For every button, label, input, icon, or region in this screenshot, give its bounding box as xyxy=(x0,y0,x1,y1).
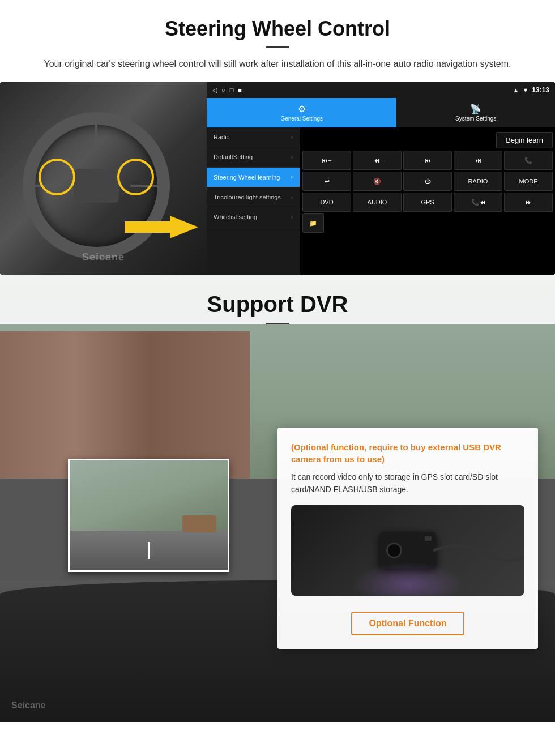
btn-vol-plus[interactable]: ⏮+ xyxy=(302,151,351,170)
camera-glow xyxy=(351,562,464,596)
steering-demo-area: Seicane ◁ ○ □ ■ ▲ ▼ 13:13 ⚙ General Sett… xyxy=(0,82,555,275)
btn-vol-minus[interactable]: ⏮- xyxy=(353,151,402,170)
btn-prev[interactable]: ⏮ xyxy=(403,151,452,170)
menu-arrow-radio: › xyxy=(291,134,293,140)
btn-dvd[interactable]: DVD xyxy=(302,193,351,212)
btn-phone[interactable]: 📞 xyxy=(504,151,553,170)
wheel-spoke-top xyxy=(95,118,97,152)
dvr-title-divider xyxy=(266,323,289,324)
highlight-circle-left xyxy=(39,159,75,195)
home-icon: ○ xyxy=(221,87,225,93)
menu-arrow-whitelist: › xyxy=(291,214,293,220)
optional-badge-container: Optional Function xyxy=(291,605,524,635)
camera-lens xyxy=(386,543,402,558)
svg-marker-0 xyxy=(125,216,198,238)
thumb-road-line xyxy=(148,542,150,559)
system-icon: 📡 xyxy=(470,104,481,114)
brand-watermark: Seicane xyxy=(82,251,125,263)
btn-radio[interactable]: RADIO xyxy=(454,172,502,191)
menu-item-steering[interactable]: Steering Wheel learning › xyxy=(207,168,300,187)
optional-function-badge[interactable]: Optional Function xyxy=(351,612,465,635)
status-time: 13:13 xyxy=(532,86,549,94)
section-description: Your original car's steering wheel contr… xyxy=(34,57,521,71)
menu-item-whitelist-label: Whitelist setting xyxy=(214,213,257,221)
tab-general-label: General Settings xyxy=(280,116,323,122)
icon-row: 📁 xyxy=(302,213,553,233)
thumb-cars xyxy=(182,515,216,532)
status-left-icons: ◁ ○ □ ■ xyxy=(212,87,242,94)
menu-item-whitelist[interactable]: Whitelist setting › xyxy=(207,207,300,227)
status-right-icons: ▲ ▼ 13:13 xyxy=(513,86,549,94)
menu-arrow-tricoloured: › xyxy=(291,194,293,200)
android-menu: Radio › DefaultSetting › Steering Wheel … xyxy=(207,127,555,275)
btn-file[interactable]: 📁 xyxy=(302,213,324,233)
cast-icon: ■ xyxy=(238,87,242,93)
btn-phone-next[interactable]: ⏭ xyxy=(504,193,553,212)
tab-system-label: System Settings xyxy=(455,116,496,122)
dvr-title: Support DVR xyxy=(0,292,555,323)
dvr-title-area: Support DVR xyxy=(0,275,555,324)
begin-learn-row: Begin learn xyxy=(302,132,553,148)
dvr-thumbnail xyxy=(68,459,229,572)
tab-system-settings[interactable]: 📡 System Settings xyxy=(396,98,555,127)
gear-icon: ⚙ xyxy=(298,104,306,114)
dvr-info-title: (Optional function, require to buy exter… xyxy=(291,441,524,465)
steering-wheel-image: Seicane xyxy=(0,82,207,275)
signal-icon: ▼ xyxy=(522,87,528,93)
dvr-info-box: (Optional function, require to buy exter… xyxy=(278,428,538,649)
menu-item-radio[interactable]: Radio › xyxy=(207,127,300,147)
menu-item-tricoloured[interactable]: Tricoloured light settings › xyxy=(207,187,300,207)
dvr-camera-image xyxy=(291,505,524,596)
menu-list: Radio › DefaultSetting › Steering Wheel … xyxy=(207,127,300,275)
btn-power[interactable]: ⏻ xyxy=(403,172,452,191)
btn-next[interactable]: ⏭ xyxy=(454,151,502,170)
menu-item-steering-label: Steering Wheel learning xyxy=(214,173,280,181)
arrow-indicator xyxy=(125,213,198,244)
title-divider xyxy=(266,46,289,48)
control-buttons-grid: ⏮+ ⏮- ⏮ ⏭ 📞 ↩ 🔇 ⏻ RADIO MODE DVD AUDIO G… xyxy=(302,151,553,212)
btn-back[interactable]: ↩ xyxy=(302,172,351,191)
tab-general-settings[interactable]: ⚙ General Settings xyxy=(207,98,396,127)
android-ui: ◁ ○ □ ■ ▲ ▼ 13:13 ⚙ General Settings 📡 S… xyxy=(207,82,555,275)
dvr-watermark: Seicane xyxy=(11,701,45,711)
btn-mode[interactable]: MODE xyxy=(504,172,553,191)
android-tabs: ⚙ General Settings 📡 System Settings xyxy=(207,98,555,127)
camera-detail xyxy=(425,536,432,541)
location-icon: ▲ xyxy=(513,87,519,93)
recent-icon: □ xyxy=(230,87,234,93)
steering-section: Steering Wheel Control Your original car… xyxy=(0,0,555,71)
dvr-section: Support DVR Seicane (Optional function, … xyxy=(0,275,555,722)
btn-mute[interactable]: 🔇 xyxy=(353,172,402,191)
menu-item-radio-label: Radio xyxy=(214,133,230,141)
android-status-bar: ◁ ○ □ ■ ▲ ▼ 13:13 xyxy=(207,82,555,98)
menu-item-default-label: DefaultSetting xyxy=(214,153,253,161)
menu-item-default[interactable]: DefaultSetting › xyxy=(207,147,300,167)
page-title: Steering Wheel Control xyxy=(23,17,532,41)
menu-arrow-steering: › xyxy=(291,174,293,180)
begin-learn-button[interactable]: Begin learn xyxy=(496,132,553,148)
btn-phone-prev[interactable]: 📞⏮ xyxy=(454,193,502,212)
control-panel: Begin learn ⏮+ ⏮- ⏮ ⏭ 📞 ↩ 🔇 ⏻ RADIO MODE xyxy=(300,127,555,275)
dvr-info-text: It can record video only to storage in G… xyxy=(291,471,524,496)
btn-gps[interactable]: GPS xyxy=(403,193,452,212)
menu-item-tricoloured-label: Tricoloured light settings xyxy=(214,193,281,201)
highlight-circle-right xyxy=(117,159,154,195)
menu-arrow-default: › xyxy=(291,154,293,160)
wheel-center xyxy=(74,169,119,203)
btn-audio[interactable]: AUDIO xyxy=(353,193,402,212)
back-icon: ◁ xyxy=(212,87,217,94)
